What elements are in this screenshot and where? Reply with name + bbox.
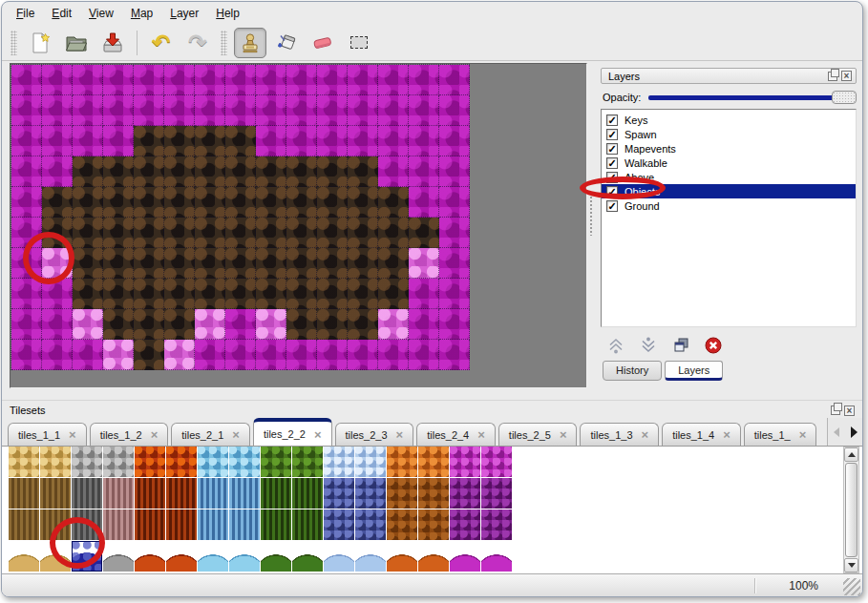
undo-button[interactable] bbox=[145, 28, 178, 58]
panel-splitter[interactable] bbox=[587, 63, 595, 391]
map-tile[interactable] bbox=[409, 218, 439, 248]
scroll-tabs-left-button[interactable] bbox=[828, 419, 845, 446]
close-tab-icon[interactable]: × bbox=[560, 428, 567, 441]
map-tile[interactable] bbox=[103, 95, 134, 126]
tileset-tile[interactable] bbox=[229, 509, 261, 541]
map-tile[interactable] bbox=[348, 187, 378, 218]
tileset-tile[interactable] bbox=[355, 478, 387, 509]
close-tab-icon[interactable]: × bbox=[151, 428, 159, 441]
tileset-tile[interactable] bbox=[450, 478, 481, 509]
map-tile[interactable] bbox=[103, 248, 134, 279]
map-tile[interactable] bbox=[164, 340, 195, 370]
layer-visibility-checkbox[interactable] bbox=[606, 143, 618, 155]
map-tile[interactable] bbox=[409, 95, 439, 126]
map-tile[interactable] bbox=[286, 187, 317, 218]
tileset-tile[interactable] bbox=[40, 509, 72, 541]
select-tool-button[interactable] bbox=[343, 28, 375, 58]
map-tile[interactable] bbox=[73, 279, 103, 309]
map-tile[interactable] bbox=[256, 218, 286, 248]
map-tile[interactable] bbox=[164, 187, 195, 218]
map-tile[interactable] bbox=[134, 218, 164, 248]
map-tile[interactable] bbox=[409, 65, 439, 95]
map-tile[interactable] bbox=[195, 218, 225, 248]
tileset-tab-tiles_2_2[interactable]: tiles_2_2× bbox=[253, 418, 332, 446]
tileset-tile[interactable] bbox=[324, 509, 355, 541]
map-tile[interactable] bbox=[42, 126, 73, 156]
map-tile[interactable] bbox=[11, 218, 42, 248]
map-tile[interactable] bbox=[134, 126, 164, 156]
map-tile[interactable] bbox=[378, 65, 409, 95]
map-tile[interactable] bbox=[11, 309, 42, 340]
map-tile[interactable] bbox=[134, 279, 164, 309]
map-tile[interactable] bbox=[73, 95, 103, 126]
save-map-button[interactable] bbox=[96, 28, 129, 58]
map-tile[interactable] bbox=[11, 156, 42, 187]
map-canvas[interactable] bbox=[10, 63, 587, 388]
map-tile[interactable] bbox=[409, 309, 439, 340]
map-tile[interactable] bbox=[439, 309, 470, 340]
map-tile[interactable] bbox=[378, 340, 409, 370]
map-tile[interactable] bbox=[378, 218, 409, 248]
tileset-tile[interactable] bbox=[198, 478, 229, 509]
stamp-tool-button[interactable] bbox=[234, 28, 266, 58]
tileset-tab-tiles_2_4[interactable]: tiles_2_4× bbox=[416, 423, 496, 446]
map-tile[interactable] bbox=[42, 279, 73, 309]
map-tile[interactable] bbox=[286, 126, 317, 156]
tileset-tab-tiles_2_1[interactable]: tiles_2_1× bbox=[171, 423, 250, 446]
map-tile[interactable] bbox=[256, 126, 286, 156]
map-tile[interactable] bbox=[73, 248, 103, 279]
layer-visibility-checkbox[interactable] bbox=[606, 157, 618, 169]
map-tile[interactable] bbox=[134, 65, 164, 95]
map-tile[interactable] bbox=[73, 309, 103, 340]
map-tile[interactable] bbox=[378, 248, 409, 279]
tileset-tile[interactable] bbox=[387, 541, 418, 572]
tileset-tile[interactable] bbox=[135, 447, 166, 478]
map-tile[interactable] bbox=[103, 309, 134, 340]
map-tile[interactable] bbox=[103, 279, 134, 309]
tileset-tile[interactable] bbox=[387, 478, 418, 509]
map-tile[interactable] bbox=[42, 95, 73, 126]
map-tile[interactable] bbox=[348, 95, 378, 126]
detach-panel-icon[interactable] bbox=[828, 72, 837, 81]
map-tile[interactable] bbox=[73, 218, 103, 248]
map-tile[interactable] bbox=[409, 156, 439, 187]
map-tile[interactable] bbox=[73, 187, 103, 218]
tileset-tile-selected[interactable] bbox=[72, 541, 103, 572]
map-tile[interactable] bbox=[317, 187, 348, 218]
tileset-tab-tiles_1_[interactable]: tiles_1_× bbox=[744, 423, 817, 446]
map-tile[interactable] bbox=[317, 95, 348, 126]
tileset-tile[interactable] bbox=[229, 447, 261, 478]
tileset-tile[interactable] bbox=[292, 447, 324, 478]
tileset-tile[interactable] bbox=[9, 478, 40, 509]
map-tile[interactable] bbox=[134, 248, 164, 279]
map-tile[interactable] bbox=[195, 340, 225, 370]
map-tile[interactable] bbox=[103, 156, 134, 187]
map-tile[interactable] bbox=[256, 340, 286, 370]
map-tile[interactable] bbox=[42, 156, 73, 187]
tileset-tile[interactable] bbox=[40, 478, 72, 509]
map-tile[interactable] bbox=[378, 95, 409, 126]
map-tile[interactable] bbox=[317, 248, 348, 279]
map-tile[interactable] bbox=[286, 340, 317, 370]
tileset-tile[interactable] bbox=[72, 509, 103, 541]
map-tile[interactable] bbox=[134, 340, 164, 370]
duplicate-layer-button[interactable] bbox=[669, 335, 692, 356]
map-tile[interactable] bbox=[73, 156, 103, 187]
map-tile[interactable] bbox=[195, 126, 225, 156]
map-tile[interactable] bbox=[439, 95, 470, 126]
eraser-tool-button[interactable] bbox=[307, 28, 339, 58]
tileset-tile[interactable] bbox=[418, 478, 450, 509]
tileset-tab-tiles_2_3[interactable]: tiles_2_3× bbox=[335, 423, 414, 446]
scrollbar-thumb[interactable] bbox=[845, 463, 857, 557]
tileset-tile[interactable] bbox=[103, 541, 135, 572]
tileset-grid[interactable] bbox=[9, 447, 513, 572]
map-tile[interactable] bbox=[286, 309, 317, 340]
map-tile[interactable] bbox=[348, 156, 378, 187]
tileset-tile[interactable] bbox=[481, 478, 513, 509]
map-tile[interactable] bbox=[348, 309, 378, 340]
map-tile[interactable] bbox=[225, 340, 256, 370]
map-tile[interactable] bbox=[11, 187, 42, 218]
map-tile[interactable] bbox=[317, 340, 348, 370]
map-tile[interactable] bbox=[195, 279, 225, 309]
map-tile[interactable] bbox=[134, 95, 164, 126]
